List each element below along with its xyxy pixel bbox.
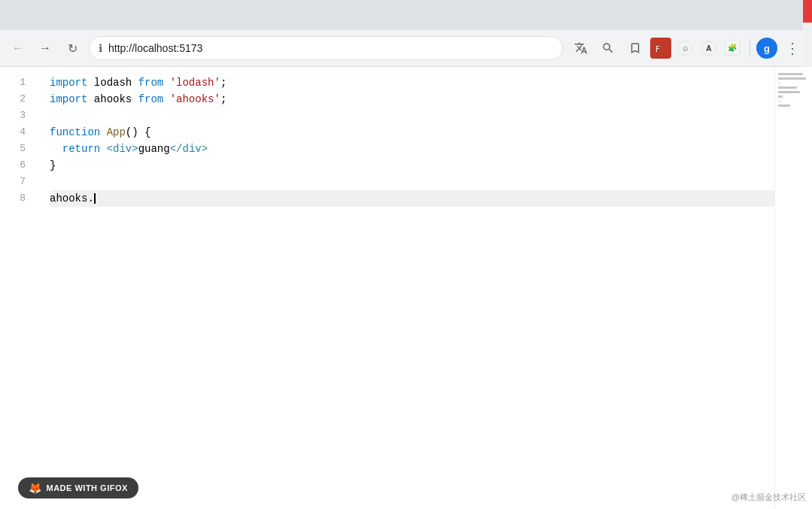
svg-text:F: F [655,45,660,53]
address-bar[interactable]: ℹ [89,36,563,60]
code-line [50,108,774,124]
svg-text:☺: ☺ [681,44,689,53]
line-number: 2 [0,91,26,108]
forward-button[interactable]: → [35,38,56,59]
code-line: function App() { [50,124,774,141]
scrollbar-thumb [803,0,812,23]
line-number: 5 [0,141,26,157]
menu-button[interactable]: ⋮ [780,36,804,60]
code-line: import ahooks from 'ahooks'; [50,91,774,108]
browser-chrome: ← → ↻ ℹ F ☺ A [0,0,812,67]
zoom-icon-btn[interactable] [596,36,620,60]
nav-bar: ← → ↻ ℹ F ☺ A [0,30,812,66]
line-number: 8 [0,190,26,207]
reload-button[interactable]: ↻ [62,38,83,59]
line-number: 7 [0,174,26,190]
gifox-badge: 🦊 MADE WITH GIFOX [18,477,138,498]
code-line: ahooks. [50,190,774,207]
gifox-icon: 🦊 [29,482,42,494]
code-line: } [50,157,774,174]
info-icon: ℹ [99,42,102,54]
toolbar-icons: F ☺ A 🧩 g ⋮ [569,36,804,60]
ext-icon-4[interactable]: 🧩 [722,38,744,59]
translate-icon-btn[interactable] [569,36,593,60]
tab-bar [0,0,812,30]
line-number: 3 [0,108,26,124]
line-number: 1 [0,74,26,91]
minimap-area [774,67,812,509]
ext-icon-1[interactable]: F [650,38,671,59]
watermark: @稀土掘金技术社区 [731,492,806,503]
line-numbers: 12345678 [0,67,38,509]
user-avatar-button[interactable]: g [756,38,777,59]
code-content[interactable]: import lodash from 'lodash';import ahook… [38,67,774,509]
svg-text:A: A [706,44,712,53]
minimap-content [775,67,812,115]
ext-icon-3[interactable]: A [698,38,719,59]
line-number: 6 [0,157,26,174]
editor-area: 12345678 import lodash from 'lodash';imp… [0,67,812,509]
address-input[interactable] [108,42,553,54]
bookmark-icon-btn[interactable] [623,36,647,60]
ext-icon-2[interactable]: ☺ [674,38,695,59]
svg-text:🧩: 🧩 [728,43,737,53]
code-line: return <div>guang</div> [50,141,774,157]
back-button[interactable]: ← [8,38,29,59]
toolbar-divider [750,39,750,57]
text-cursor [94,193,96,204]
gifox-label: MADE WITH GIFOX [47,483,128,492]
code-line: import lodash from 'lodash'; [50,74,774,91]
code-line [50,174,774,190]
line-number: 4 [0,124,26,141]
